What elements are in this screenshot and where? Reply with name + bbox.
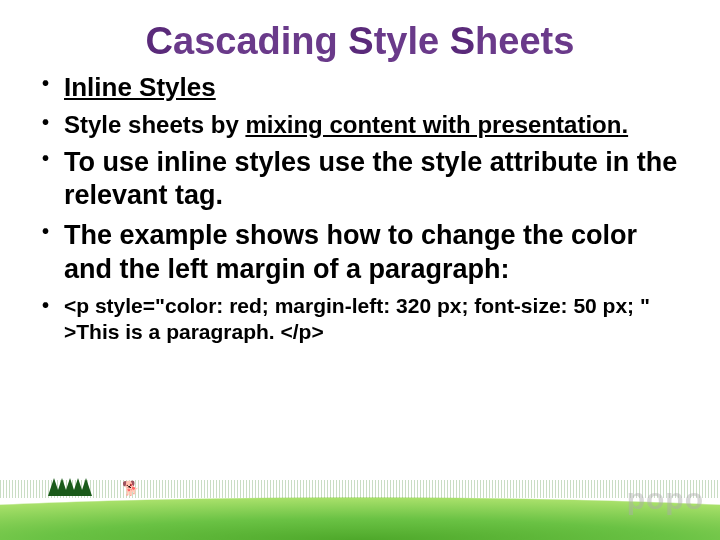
- bullet-inline-styles: Inline Styles: [38, 71, 692, 104]
- title-rest-1: ascading: [173, 20, 338, 62]
- title-cap-2: S: [348, 20, 373, 62]
- title-cap-3: S: [450, 20, 475, 62]
- trees-decor: [48, 478, 88, 496]
- grass-decor: [0, 460, 720, 540]
- bullet-style-attr: To use inline styles use the style attri…: [38, 146, 692, 214]
- bullet-style-attr-a: To use inline styles use the: [64, 147, 421, 177]
- bullet-mixing-a: Style sheets by: [64, 111, 245, 138]
- tree-icon: [80, 478, 92, 496]
- animal-icon: 🐕: [122, 480, 139, 496]
- title-rest-2: tyle: [374, 20, 439, 62]
- bullet-mixing-underline: mixing content with presentation.: [245, 111, 628, 138]
- title-cap-1: C: [146, 20, 173, 62]
- bullet-code-example: <p style="color: red; margin-left: 320 p…: [38, 293, 692, 346]
- bullet-mixing: Style sheets by mixing content with pres…: [38, 110, 692, 140]
- bullet-example-intro: The example shows how to change the colo…: [38, 219, 692, 287]
- title-rest-3: heets: [475, 20, 574, 62]
- slide-container: Cascading Style Sheets Inline Styles Sty…: [0, 0, 720, 540]
- bullet-list: Inline Styles Style sheets by mixing con…: [28, 71, 692, 345]
- watermark-text: popo: [627, 482, 704, 516]
- slide-title: Cascading Style Sheets: [28, 20, 692, 63]
